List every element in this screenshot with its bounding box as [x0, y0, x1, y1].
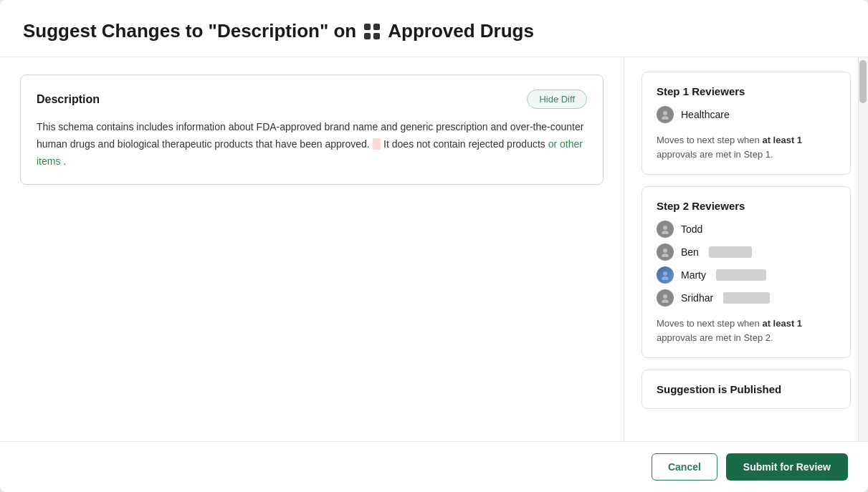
- step1-note: Moves to next step when at least 1 appro…: [657, 133, 836, 161]
- svg-point-7: [662, 231, 669, 234]
- avatar: [657, 221, 674, 238]
- avatar: [657, 266, 674, 284]
- modal-body: Description Hide Diff This schema contai…: [0, 57, 868, 441]
- left-panel: Description Hide Diff This schema contai…: [0, 57, 624, 441]
- step2-card: Step 2 Reviewers Todd Ben: [642, 186, 851, 358]
- svg-rect-3: [373, 33, 380, 39]
- modal-footer: Cancel Submit for Review: [0, 441, 868, 492]
- description-card-header: Description Hide Diff: [37, 90, 587, 109]
- reviewer-todd: Todd: [657, 221, 836, 238]
- hide-diff-button[interactable]: Hide Diff: [527, 90, 587, 109]
- svg-point-13: [662, 299, 669, 303]
- step1-card: Step 1 Reviewers Healthcare Moves to nex…: [642, 72, 851, 175]
- description-label: Description: [37, 93, 100, 106]
- description-text: This schema contains includes informatio…: [37, 119, 587, 170]
- grid-icon: [362, 21, 382, 42]
- submit-button[interactable]: Submit for Review: [726, 453, 848, 481]
- description-card: Description Hide Diff This schema contai…: [20, 74, 604, 185]
- reviewer-tag-sridhar: [723, 292, 770, 304]
- published-title: Suggestion is Published: [657, 383, 836, 395]
- svg-rect-0: [364, 24, 371, 30]
- avatar: [657, 289, 674, 307]
- title-suffix: Approved Drugs: [388, 20, 534, 42]
- text-part2: It does not contain rejected products: [383, 138, 545, 150]
- svg-point-6: [663, 226, 667, 230]
- step2-note: Moves to next step when at least 1 appro…: [657, 317, 836, 344]
- reviewer-tag-marty: [716, 269, 766, 281]
- reviewer-name-sridhar: Sridhar: [681, 292, 713, 304]
- svg-point-11: [662, 276, 669, 280]
- deleted-text: [373, 138, 381, 150]
- svg-point-10: [663, 271, 667, 276]
- page-title: Suggest Changes to "Description" on Appr…: [23, 20, 845, 42]
- cancel-button[interactable]: Cancel: [652, 453, 717, 481]
- reviewer-sridhar: Sridhar: [657, 289, 836, 307]
- avatar: [657, 106, 674, 123]
- reviewer-name-ben: Ben: [681, 246, 699, 258]
- title-prefix: Suggest Changes to "Description" on: [23, 20, 356, 42]
- step2-title: Step 2 Reviewers: [657, 200, 836, 212]
- step1-title: Step 1 Reviewers: [657, 85, 836, 97]
- svg-point-8: [663, 249, 667, 253]
- reviewer-marty: Marty: [657, 266, 836, 284]
- scrollbar-track[interactable]: [858, 57, 868, 441]
- avatar: [657, 243, 674, 261]
- svg-rect-2: [364, 33, 371, 39]
- reviewer-name: Healthcare: [681, 109, 730, 120]
- scrollbar-thumb[interactable]: [859, 60, 867, 103]
- modal: Suggest Changes to "Description" on Appr…: [0, 0, 868, 492]
- svg-point-9: [662, 254, 669, 257]
- reviewer-tag-ben: [709, 246, 752, 258]
- published-card: Suggestion is Published: [642, 370, 851, 409]
- reviewer-name-todd: Todd: [681, 223, 702, 235]
- reviewer-name-marty: Marty: [681, 269, 706, 281]
- right-panel: Step 1 Reviewers Healthcare Moves to nex…: [624, 57, 868, 441]
- svg-point-5: [662, 116, 669, 120]
- reviewer-item: Healthcare: [657, 106, 836, 123]
- text-end: .: [63, 155, 66, 167]
- modal-header: Suggest Changes to "Description" on Appr…: [0, 0, 868, 57]
- svg-rect-1: [373, 24, 380, 30]
- reviewer-ben: Ben: [657, 243, 836, 261]
- svg-point-4: [663, 111, 667, 115]
- svg-point-12: [663, 294, 667, 299]
